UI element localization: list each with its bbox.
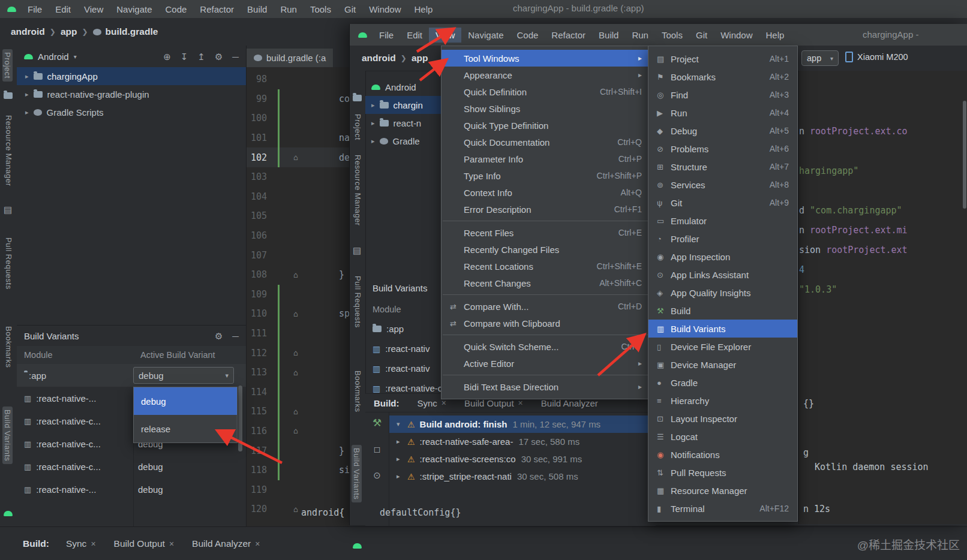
- editor-line[interactable]: 110 ⌂ sp: [247, 304, 350, 324]
- view-menu-item[interactable]: ▸: [443, 221, 649, 221]
- fold-marker-icon[interactable]: ⌂: [293, 368, 303, 377]
- tool-window-menu-item[interactable]: ▮ Terminal Alt+F12 ▸: [648, 499, 797, 517]
- pin-icon[interactable]: ⊙: [373, 471, 381, 480]
- menu-item[interactable]: Build: [241, 2, 274, 17]
- hide-panel-icon[interactable]: ─: [232, 52, 239, 61]
- menu-item[interactable]: View: [77, 2, 110, 17]
- view-menu-item[interactable]: Active Editor ▸: [442, 355, 650, 372]
- view-menu-item[interactable]: ▸: [443, 375, 649, 375]
- scrollbar-thumb[interactable]: [963, 101, 966, 209]
- chevron-down-icon[interactable]: ▾: [225, 372, 229, 380]
- variant-cell[interactable]: debug ▾: [133, 484, 163, 495]
- tree-item-react-native-gradle-plugin[interactable]: ▸ react-native-gradle-plugin: [17, 85, 246, 103]
- scrollbar-thumb[interactable]: [238, 386, 242, 451]
- stripe-build-variants-button[interactable]: Build Variants: [352, 445, 362, 502]
- chevron-right-icon[interactable]: ▸: [25, 73, 29, 80]
- stripe-pull-requests-button[interactable]: Pull Requests: [4, 237, 13, 290]
- menu-item[interactable]: Refactor: [545, 28, 592, 43]
- editor-line[interactable]: 116 ⌂: [247, 421, 350, 441]
- tool-window-menu-item[interactable]: ◎ Find Alt+3 ▸: [648, 86, 797, 104]
- close-icon[interactable]: ×: [442, 398, 446, 408]
- menu-item[interactable]: Code: [158, 2, 193, 17]
- tool-window-menu-item[interactable]: ⇅ Pull Requests ▸: [648, 463, 797, 481]
- tool-window-menu-item[interactable]: ⚒ Build ▸: [648, 302, 797, 320]
- stripe-resource-manager-button[interactable]: Resource Manager: [4, 115, 13, 186]
- breadcrumb-android[interactable]: android: [11, 26, 45, 37]
- editor-tab-build-gradle[interactable]: build.gradle (:a: [247, 49, 333, 67]
- fold-marker-icon[interactable]: ⌂: [293, 348, 303, 357]
- menu-item[interactable]: File: [21, 2, 49, 17]
- settings-gear-icon[interactable]: ⚙: [215, 332, 223, 341]
- view-menu-item[interactable]: Recent Locations Ctrl+Shift+E ▸: [442, 258, 650, 275]
- menu-item[interactable]: Run: [625, 28, 655, 43]
- view-menu-item[interactable]: Recently Changed Files ▸: [442, 241, 650, 258]
- editor-line[interactable]: 102 ⌂ de: [247, 147, 350, 167]
- build-task-row[interactable]: ▸ ⚠ :react-native-screens:co 30 sec, 991…: [389, 450, 656, 468]
- editor-line[interactable]: 107 ⌂: [247, 245, 350, 265]
- editor-line[interactable]: 104 ⌂: [247, 187, 350, 207]
- expand-all-icon[interactable]: ↥: [197, 52, 205, 61]
- breadcrumb-build-gradle[interactable]: build.gradle: [106, 26, 158, 37]
- close-icon[interactable]: ×: [518, 398, 523, 408]
- view-menu-item[interactable]: ⇄ Compare with Clipboard ▸: [442, 315, 650, 332]
- view-menu-item[interactable]: Parameter Info Ctrl+P ▸: [442, 150, 650, 167]
- view-menu-item[interactable]: Type Info Ctrl+Shift+P ▸: [442, 167, 650, 184]
- editor-line[interactable]: 103 ⌂: [247, 167, 350, 187]
- tool-window-menu-item[interactable]: ▶ Run Alt+4 ▸: [648, 104, 797, 122]
- stripe-project-button[interactable]: Project: [2, 49, 13, 82]
- menu-item[interactable]: View: [429, 28, 461, 43]
- editor-line[interactable]: 112 ⌂: [247, 343, 350, 363]
- menu-item[interactable]: Navigate: [110, 2, 158, 17]
- tool-window-menu-item[interactable]: ≡ Hierarchy ▸: [648, 392, 797, 410]
- view-menu-item[interactable]: Context Info Alt+Q ▸: [442, 184, 650, 201]
- menu-item[interactable]: Edit: [400, 28, 429, 43]
- tool-window-menu-item[interactable]: ◈ App Quality Insights ▸: [648, 284, 797, 302]
- tool-window-menu-item[interactable]: ● Gradle ▸: [648, 374, 797, 392]
- tool-window-menu-item[interactable]: ◉ App Inspection ▸: [648, 248, 797, 266]
- build-variant-row[interactable]: ▥ :react-nativ: [373, 344, 430, 354]
- view-menu-item[interactable]: Recent Changes Alt+Shift+C ▸: [442, 275, 650, 291]
- editor-line[interactable]: 105 ⌂: [247, 206, 350, 226]
- menu-item[interactable]: Help: [408, 2, 440, 17]
- editor-line[interactable]: sion rootProject.ext: [799, 240, 967, 260]
- fold-marker-icon[interactable]: ⌂: [293, 309, 303, 318]
- view-menu-item[interactable]: Recent Files Ctrl+E ▸: [442, 224, 650, 241]
- chevron-icon[interactable]: ▸: [397, 455, 407, 463]
- chevron-icon[interactable]: ▸: [397, 438, 407, 445]
- build-variant-row[interactable]: :app: [373, 324, 404, 334]
- settings-gear-icon[interactable]: ⚙: [215, 52, 223, 61]
- tree-item-chargingapp[interactable]: ▸ chargingApp: [17, 67, 246, 85]
- build-task-row[interactable]: ▸ ⚠ :stripe_stripe-react-nati 30 sec, 50…: [389, 468, 656, 485]
- hide-panel-icon[interactable]: ─: [232, 332, 239, 341]
- menu-item[interactable]: Tools: [655, 28, 689, 43]
- tool-window-menu-item[interactable]: ▦ Resource Manager ▸: [648, 481, 797, 499]
- project-view-selector[interactable]: Android: [385, 82, 416, 92]
- tool-window-menu-item[interactable]: ▭ Emulator ▸: [648, 212, 797, 230]
- editor-line[interactable]: 99 ⌂ co: [247, 89, 350, 109]
- menu-item[interactable]: Build: [592, 28, 625, 43]
- editor-line[interactable]: hargingapp": [799, 161, 967, 180]
- chevron-right-icon[interactable]: ▸: [371, 101, 375, 109]
- view-menu-item[interactable]: Tool Windows ▸: [442, 50, 650, 67]
- view-menu-item[interactable]: Bidi Text Base Direction ▸: [442, 378, 650, 395]
- collapse-all-icon[interactable]: ↧: [181, 52, 188, 61]
- build-tab[interactable]: Build Output ×: [464, 398, 523, 408]
- build-task-row[interactable]: ▾ ⚠ Build android: finish 1 min, 12 sec,…: [389, 416, 656, 433]
- variant-cell[interactable]: debug ▾: [133, 367, 234, 384]
- tool-window-menu-item[interactable]: ⊙ App Links Assistant ▸: [648, 266, 797, 284]
- chevron-icon[interactable]: ▾: [397, 420, 407, 428]
- tool-window-menu-item[interactable]: ⚑ Bookmarks Alt+2 ▸: [648, 68, 797, 86]
- tool-window-menu-item[interactable]: ☰ Logcat ▸: [648, 427, 797, 445]
- view-menu-item[interactable]: Appearance ▸: [442, 67, 650, 83]
- tool-window-menu-item[interactable]: ◔ Profiler ▸: [648, 230, 797, 248]
- view-menu-item[interactable]: Quick Switch Scheme... Ctrl+` ▸: [442, 338, 650, 355]
- stripe-build-variants-button[interactable]: Build Variants: [2, 407, 13, 464]
- build-variant-row[interactable]: ▥ :react-native-... debug ▾: [17, 478, 246, 501]
- menu-item[interactable]: File: [373, 28, 400, 43]
- breadcrumb-android[interactable]: android: [362, 53, 396, 64]
- editor-line[interactable]: 109 ⌂: [247, 285, 350, 305]
- view-menu-item[interactable]: ▸: [443, 335, 649, 335]
- editor-line[interactable]: d "com.chargingapp": [799, 200, 967, 220]
- tool-window-menu-item[interactable]: ψ Git Alt+9 ▸: [648, 194, 797, 212]
- tool-window-menu-item[interactable]: ⊚ Services Alt+8 ▸: [648, 176, 797, 194]
